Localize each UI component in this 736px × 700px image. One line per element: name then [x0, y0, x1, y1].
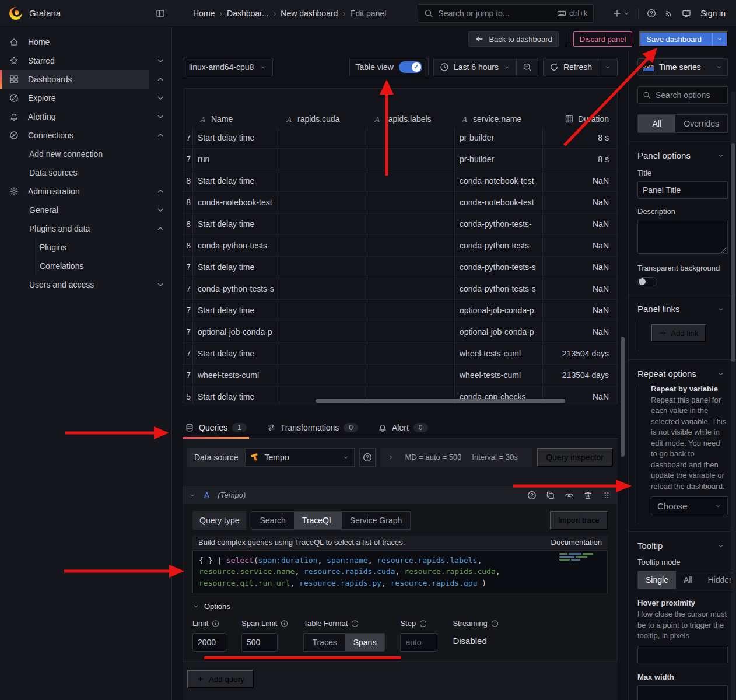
- table-view-toggle[interactable]: ✓: [399, 61, 422, 73]
- hide-query-icon[interactable]: [565, 491, 574, 500]
- toggle-knob-check-icon: ✓: [412, 62, 421, 72]
- datasource-picker[interactable]: Tempo: [245, 448, 355, 467]
- tooltip-mode-single[interactable]: Single: [638, 571, 676, 589]
- table-cell: [367, 214, 455, 235]
- sidebar-item-starred[interactable]: Starred: [0, 51, 171, 70]
- table-cell: 213504 days: [543, 365, 617, 386]
- panel-title-input[interactable]: [637, 181, 728, 199]
- repeat-variable-select[interactable]: Choose: [651, 496, 728, 515]
- column-header-service-name[interactable]: Aservice.name: [455, 111, 543, 127]
- time-range-picker[interactable]: Last 6 hours: [434, 58, 516, 76]
- documentation-link[interactable]: Documentation: [551, 538, 602, 547]
- global-search-input[interactable]: Search or jump to... ctrl+k: [418, 4, 594, 23]
- new-button[interactable]: [612, 9, 630, 18]
- query-inspector-button[interactable]: Query inspector: [537, 448, 613, 467]
- add-link-button[interactable]: Add link: [651, 324, 706, 342]
- query-stats: MD = auto = 500 Interval = 30s: [380, 448, 532, 467]
- help-icon[interactable]: [647, 9, 656, 18]
- query-options-toggle[interactable]: Options: [192, 601, 608, 611]
- sidebar-item-users-and-access[interactable]: Users and access: [0, 275, 171, 294]
- section-panel-links[interactable]: Panel links: [637, 304, 728, 314]
- breadcrumb-item-new-dashboard[interactable]: New dashboard: [281, 9, 338, 18]
- query-card-header[interactable]: A (Tempo): [183, 487, 617, 504]
- column-header-rapids-labels[interactable]: Arapids.labels: [367, 111, 455, 127]
- sidebar-item-general[interactable]: General: [0, 201, 171, 219]
- limit-input[interactable]: [192, 633, 226, 652]
- column-header-duration[interactable]: Duration: [543, 111, 617, 127]
- discard-panel-button[interactable]: Discard panel: [573, 32, 633, 47]
- datasource-help-button[interactable]: [359, 448, 376, 467]
- options-scrollbar-thumb[interactable]: [731, 144, 735, 362]
- help-icon[interactable]: [527, 491, 537, 500]
- import-trace-button[interactable]: Import trace: [550, 511, 608, 530]
- query-type-service-graph[interactable]: Service Graph: [342, 512, 410, 529]
- save-dashboard-caret[interactable]: [712, 33, 727, 46]
- chevron-right-icon[interactable]: [387, 453, 394, 462]
- step-input[interactable]: [400, 633, 437, 652]
- sidebar-item-plugins[interactable]: Plugins: [0, 238, 171, 257]
- section-panel-options[interactable]: Panel options: [637, 150, 728, 160]
- back-to-dashboard-button[interactable]: Back to dashboard: [468, 32, 558, 47]
- tab-alert[interactable]: Alert0: [376, 418, 430, 438]
- table-format-spans[interactable]: Spans: [345, 634, 385, 651]
- sidebar-item-plugins-and-data[interactable]: Plugins and data: [0, 219, 171, 238]
- tab-queries[interactable]: Queries1: [183, 418, 249, 438]
- drag-handle-icon[interactable]: [602, 491, 611, 500]
- title-label: Title: [637, 169, 728, 177]
- sidebar-item-administration[interactable]: Administration: [0, 182, 171, 201]
- query-type-search[interactable]: Search: [251, 512, 293, 529]
- info-icon: [491, 620, 499, 627]
- section-tooltip[interactable]: Tooltip: [637, 541, 728, 551]
- query-options-section: Options Limit Span Limit: [192, 601, 608, 652]
- traceql-code: { } | select(span:duration, span:name, r…: [199, 555, 555, 589]
- tab-transformations[interactable]: Transformations0: [264, 418, 360, 438]
- editor-scrollbar[interactable]: [621, 337, 625, 457]
- sidebar-item-explore[interactable]: Explore: [0, 89, 171, 107]
- variable-selector[interactable]: linux-amd64-cpu8: [183, 58, 273, 76]
- add-query-button[interactable]: Add query: [187, 670, 254, 688]
- description-textarea[interactable]: [637, 220, 728, 254]
- breadcrumb-item-home[interactable]: Home: [193, 9, 215, 18]
- refresh-button[interactable]: Refresh: [544, 58, 598, 76]
- sidebar-item-correlations[interactable]: Correlations: [0, 257, 171, 275]
- collapse-chevron-icon[interactable]: [189, 491, 196, 500]
- brand-name[interactable]: Grafana: [29, 8, 61, 18]
- max-width-input[interactable]: [637, 685, 728, 700]
- tooltip-mode-all[interactable]: All: [676, 571, 700, 589]
- news-icon[interactable]: [664, 9, 674, 18]
- chevron-up-icon: [149, 131, 171, 140]
- save-dashboard-button[interactable]: Save dashboard: [639, 32, 728, 47]
- sign-in-button[interactable]: Sign in: [700, 9, 726, 18]
- transparent-background-toggle[interactable]: [637, 277, 657, 286]
- column-header-rapids-cuda[interactable]: Arapids.cuda: [279, 111, 367, 127]
- sidebar-item-add-new-connection[interactable]: Add new connection: [0, 145, 171, 163]
- table-format-traces[interactable]: Traces: [304, 634, 345, 651]
- display-icon[interactable]: [682, 9, 691, 18]
- column-header-name[interactable]: AName: [193, 111, 279, 127]
- traceql-code-editor[interactable]: { } | select(span:duration, span:name, r…: [192, 550, 608, 594]
- sidebar-item-alerting[interactable]: Alerting: [0, 107, 171, 126]
- span-limit-input[interactable]: [241, 633, 278, 652]
- search-options-input[interactable]: Search options: [637, 86, 728, 104]
- duplicate-icon[interactable]: [546, 491, 555, 500]
- horizontal-scrollbar[interactable]: [316, 399, 565, 402]
- zoom-out-button[interactable]: [516, 58, 538, 76]
- filter-tab-all[interactable]: All: [638, 115, 675, 132]
- visualization-picker[interactable]: Time series: [637, 58, 728, 76]
- breadcrumb-item-dashboar[interactable]: Dashboar...: [227, 9, 269, 18]
- section-repeat-options[interactable]: Repeat options: [637, 369, 728, 379]
- breadcrumb-item-edit-panel[interactable]: Edit panel: [350, 9, 386, 18]
- delete-query-icon[interactable]: [583, 491, 593, 500]
- grafana-logo-icon[interactable]: [8, 6, 23, 21]
- sidebar-toggle-icon[interactable]: [156, 9, 165, 18]
- filter-tab-overrides[interactable]: Overrides: [675, 115, 727, 132]
- refresh-interval-caret[interactable]: [598, 58, 617, 76]
- sidebar-item-home[interactable]: Home: [0, 33, 171, 51]
- query-type-traceql[interactable]: TraceQL: [294, 512, 342, 529]
- repeat-options-body: Repeat by variable Repeat this panel for…: [639, 384, 728, 523]
- hover-proximity-input[interactable]: [637, 646, 728, 663]
- sidebar-item-dashboards[interactable]: Dashboards: [0, 70, 171, 89]
- sidebar-item-data-sources[interactable]: Data sources: [0, 163, 171, 182]
- sidebar-item-connections[interactable]: Connections: [0, 126, 171, 145]
- divider: [629, 141, 736, 142]
